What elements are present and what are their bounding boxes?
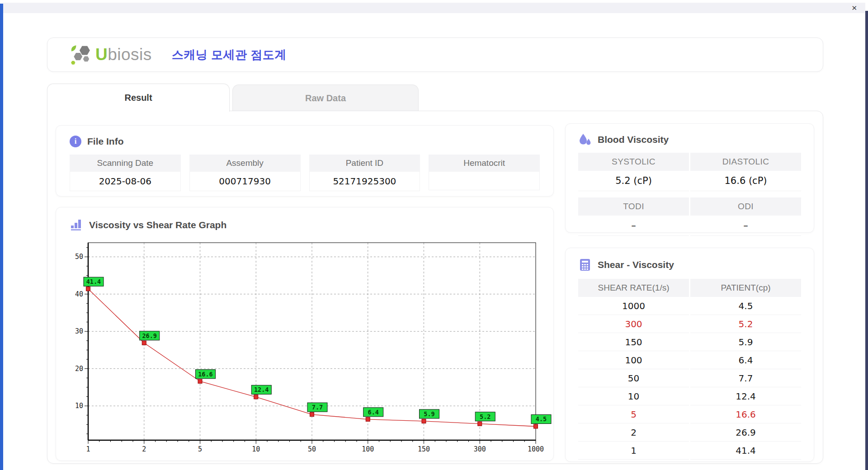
shear-table-row: 10 12.4	[578, 387, 801, 405]
svg-text:10: 10	[252, 445, 260, 453]
field-label: Assembly	[189, 155, 301, 172]
svg-text:50: 50	[308, 445, 316, 453]
svg-text:7.7: 7.7	[312, 404, 323, 411]
svg-text:16.6: 16.6	[198, 371, 213, 378]
field-value	[429, 172, 540, 190]
file-info-title-row: i File Info	[56, 126, 553, 155]
field-value: 000717930	[189, 172, 301, 191]
svg-text:5: 5	[198, 445, 202, 453]
blood-viscosity-title-row: Blood Viscosity	[578, 133, 801, 146]
shear-rate-cell: 1	[578, 442, 689, 460]
logo-letter-u: U	[95, 45, 108, 64]
svg-text:100: 100	[362, 445, 374, 453]
shear-rate-cell: 300	[578, 315, 689, 333]
bv-metric-value: –	[578, 216, 689, 236]
blood-viscosity-group: SYSTOLIC DIASTOLIC 5.2 (cP) 16.6 (cP)	[578, 153, 801, 191]
shear-rate-cell: 2	[578, 423, 689, 442]
shear-table-row: 1000 4.5	[578, 297, 801, 315]
graph-card: Viscosity vs Shear Rate Graph 1020304050…	[56, 207, 554, 461]
svg-text:40: 40	[75, 290, 83, 298]
shear-table-body: 1000 4.5 300 5.2 150 5.9 100 6.4 50 7.7 …	[578, 297, 801, 460]
patient-column-header: PATIENT(cp)	[690, 279, 801, 297]
bv-metric-label: ODI	[690, 197, 801, 216]
calculator-icon	[578, 258, 592, 272]
blood-viscosity-groups: SYSTOLIC DIASTOLIC 5.2 (cP) 16.6 (cP) TO…	[578, 153, 801, 236]
patient-viscosity-cell: 16.6	[690, 405, 801, 423]
field-value: 2025-08-06	[70, 172, 181, 191]
shear-rate-column-header: SHEAR RATE(1/s)	[578, 279, 689, 297]
shear-viscosity-card: Shear - Viscosity SHEAR RATE(1/s) PATIEN…	[565, 248, 814, 462]
shear-rate-cell: 10	[578, 387, 689, 405]
field-value: 52171925300	[309, 172, 420, 191]
svg-text:5.2: 5.2	[480, 413, 491, 420]
svg-text:26.9: 26.9	[142, 332, 157, 339]
svg-text:20: 20	[75, 365, 83, 373]
patient-viscosity-cell: 6.4	[690, 351, 801, 369]
svg-text:1: 1	[86, 445, 90, 453]
patient-viscosity-cell: 41.4	[690, 442, 801, 460]
file-info-card: i File Info Scanning Date 2025-08-06 Ass…	[56, 125, 554, 197]
shear-table-row: 1 41.4	[578, 442, 801, 460]
patient-viscosity-cell: 26.9	[690, 423, 801, 442]
shear-rate-cell: 100	[578, 351, 689, 369]
patient-viscosity-cell: 5.2	[690, 315, 801, 333]
bv-metric-label: TODI	[578, 197, 689, 216]
patient-viscosity-cell: 7.7	[690, 369, 801, 387]
patient-viscosity-cell: 5.9	[690, 333, 801, 351]
field-label: Patient ID	[309, 155, 420, 172]
shear-rate-cell: 1000	[578, 297, 689, 315]
header-card: Ubiosis 스캐닝 모세관 점도계	[47, 38, 823, 72]
svg-text:10: 10	[75, 402, 83, 410]
shear-table-row: 5 16.6	[578, 405, 801, 423]
shear-table-row: 2 26.9	[578, 423, 801, 442]
svg-text:300: 300	[474, 445, 486, 453]
patient-viscosity-cell: 12.4	[690, 387, 801, 405]
blood-viscosity-group: TODI ODI – –	[578, 197, 801, 236]
tab-result[interactable]: Result	[47, 84, 230, 112]
shear-table-row: 50 7.7	[578, 369, 801, 387]
info-icon: i	[70, 136, 81, 147]
shear-rate-cell: 150	[578, 333, 689, 351]
window-right-edge-bar	[865, 11, 868, 470]
droplets-icon	[578, 133, 592, 146]
app-window: ✕ Ubiosis 스캐닝 모세관 점도계 Result Raw Data i …	[0, 0, 868, 470]
file-info-field: Hematocrit	[429, 155, 540, 191]
tab-raw-data[interactable]: Raw Data	[232, 85, 419, 112]
svg-text:41.4: 41.4	[86, 278, 101, 285]
file-info-field: Patient ID 52171925300	[309, 155, 420, 191]
graph-title-row: Viscosity vs Shear Rate Graph	[56, 207, 553, 232]
svg-text:150: 150	[418, 445, 430, 453]
ubiosis-logo-icon	[70, 44, 92, 66]
shear-table-header: SHEAR RATE(1/s) PATIENT(cp)	[578, 279, 801, 297]
shear-table-row: 100 6.4	[578, 351, 801, 369]
blood-viscosity-title: Blood Viscosity	[598, 134, 669, 145]
svg-text:4.5: 4.5	[536, 415, 547, 423]
field-label: Hematocrit	[429, 155, 540, 172]
shear-table-row: 150 5.9	[578, 333, 801, 351]
svg-text:1000: 1000	[528, 445, 544, 453]
window-titlebar: ✕	[3, 3, 865, 13]
shear-viscosity-title: Shear - Viscosity	[598, 259, 674, 270]
bv-metric-value: 5.2 (cP)	[578, 171, 689, 191]
viscosity-chart: 10203040501251050100150300100041.426.916…	[68, 238, 542, 457]
ubiosis-logo: Ubiosis	[70, 44, 152, 66]
shear-viscosity-title-row: Shear - Viscosity	[578, 258, 801, 272]
result-panel: i File Info Scanning Date 2025-08-06 Ass…	[47, 111, 823, 464]
svg-text:5.9: 5.9	[424, 410, 434, 418]
file-info-title: File Info	[87, 136, 124, 147]
bv-metric-value: 16.6 (cP)	[690, 171, 801, 191]
file-info-field: Scanning Date 2025-08-06	[70, 155, 181, 191]
logo-text: Ubiosis	[95, 45, 152, 64]
svg-text:12.4: 12.4	[254, 386, 269, 393]
field-label: Scanning Date	[70, 155, 181, 172]
svg-text:6.4: 6.4	[368, 409, 379, 416]
svg-text:50: 50	[75, 253, 83, 261]
bv-metric-label: DIASTOLIC	[690, 153, 801, 171]
window-left-accent-bar	[0, 4, 3, 470]
blood-viscosity-card: Blood Viscosity SYSTOLIC DIASTOLIC 5.2 (…	[565, 123, 814, 233]
graph-title: Viscosity vs Shear Rate Graph	[89, 220, 226, 230]
svg-text:30: 30	[75, 327, 83, 335]
shear-rate-cell: 50	[578, 369, 689, 387]
shear-table-row: 300 5.2	[578, 315, 801, 333]
close-icon[interactable]: ✕	[851, 4, 857, 12]
